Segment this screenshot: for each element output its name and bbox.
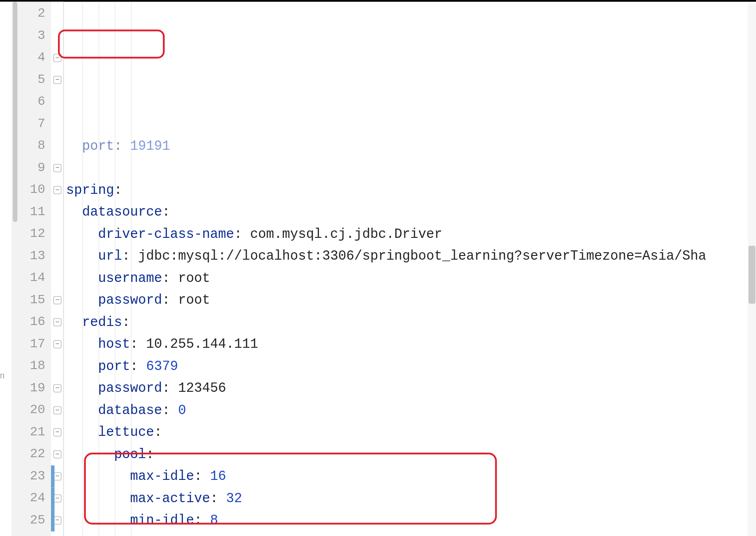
line-number: 21	[19, 421, 45, 444]
fold-icon[interactable]	[53, 384, 62, 393]
line-number: 11	[19, 201, 45, 223]
code-line[interactable]: url: jdbc:mysql://localhost:3306/springb…	[64, 245, 756, 268]
line-number: 24	[19, 487, 45, 510]
fold-icon[interactable]	[53, 450, 62, 459]
yaml-value: root	[178, 271, 210, 286]
code-line[interactable]: port: 6379	[64, 355, 756, 377]
yaml-value: 32	[226, 491, 243, 506]
code-line[interactable]: max-active: 32	[64, 487, 756, 510]
vertical-scrollbar[interactable]	[12, 2, 19, 536]
change-marker	[51, 466, 55, 488]
line-number: 20	[19, 399, 45, 421]
yaml-key: max-active	[130, 491, 211, 506]
yaml-key: max-idle	[130, 469, 194, 484]
code-area[interactable]: port: 19191spring: datasource: driver-cl…	[64, 2, 756, 536]
yaml-key: password	[98, 381, 162, 396]
yaml-key: url	[98, 249, 122, 264]
code-line[interactable]: lettuce:	[64, 421, 756, 444]
left-margin	[0, 2, 12, 536]
line-number: 8	[19, 135, 45, 157]
right-scrollbar[interactable]	[748, 4, 756, 536]
line-number: 5	[19, 69, 45, 91]
yaml-key: port	[98, 359, 130, 374]
code-line[interactable]: devtools:	[64, 531, 756, 536]
code-line[interactable]: port: 19191	[64, 135, 756, 157]
yaml-key: datasource	[82, 204, 162, 220]
code-line[interactable]: min-idle: 8	[64, 510, 756, 532]
yaml-key: driver-class-name	[98, 227, 234, 242]
yaml-key: lettuce	[98, 425, 154, 440]
line-number: 25	[19, 510, 45, 532]
yaml-value: 8	[210, 513, 218, 528]
code-line[interactable]	[64, 157, 756, 179]
line-number: 15	[19, 289, 45, 312]
line-number: 16	[19, 311, 45, 333]
fold-icon[interactable]	[53, 472, 62, 481]
fold-icon[interactable]	[53, 494, 62, 503]
yaml-key: spring	[66, 183, 115, 198]
yaml-key: redis	[82, 315, 122, 330]
yaml-key: username	[98, 271, 162, 286]
line-number: 12	[19, 223, 45, 245]
line-number-gutter[interactable]: 2345678910111213141516171819202122232425…	[19, 2, 51, 536]
line-number: 17	[19, 333, 45, 356]
fold-icon[interactable]	[53, 517, 62, 525]
yaml-value: 6379	[146, 359, 178, 374]
yaml-key: database	[98, 403, 162, 418]
fold-icon[interactable]	[53, 340, 62, 349]
code-line[interactable]: username: root	[64, 267, 756, 289]
fold-icon[interactable]	[53, 318, 62, 326]
fold-icon[interactable]	[53, 76, 62, 84]
fold-gutter[interactable]	[51, 2, 64, 536]
code-line[interactable]: database: 0	[64, 399, 756, 421]
line-number: 10	[19, 179, 45, 201]
fold-icon[interactable]	[53, 428, 62, 437]
yaml-value: 16	[210, 469, 226, 484]
code-editor[interactable]: 2345678910111213141516171819202122232425…	[0, 0, 756, 536]
line-number: 7	[19, 113, 45, 135]
scrollbar-thumb[interactable]	[13, 2, 18, 222]
line-number: 18	[19, 355, 45, 377]
yaml-value: 123456	[178, 381, 226, 396]
fold-icon[interactable]	[53, 186, 62, 194]
line-number: 13	[19, 245, 45, 268]
code-line[interactable]: spring:	[64, 179, 756, 201]
code-line[interactable]: host: 10.255.144.111	[64, 333, 756, 356]
line-number: 3	[19, 25, 45, 47]
yaml-value: root	[178, 293, 210, 308]
code-line[interactable]: datasource:	[64, 201, 756, 223]
yaml-value: 19191	[130, 139, 170, 154]
line-number: 23	[19, 466, 45, 488]
yaml-key: min-idle	[130, 513, 194, 528]
yaml-key: pool	[114, 447, 146, 462]
fold-icon[interactable]	[53, 296, 62, 305]
line-number: 4	[19, 47, 45, 69]
yaml-value: com.mysql.cj.jdbc.Driver	[250, 227, 442, 242]
line-number: 14	[19, 267, 45, 289]
yaml-key: port	[82, 139, 114, 154]
export-cue: n	[0, 371, 5, 380]
change-marker	[51, 510, 55, 532]
yaml-value: jdbc:mysql://localhost:3306/springboot_l…	[138, 249, 706, 264]
line-number: 9	[19, 157, 45, 179]
code-line[interactable]: password: 123456	[64, 377, 756, 400]
line-number: 22	[19, 443, 45, 466]
fold-icon[interactable]	[53, 406, 62, 415]
code-line[interactable]: pool:	[64, 443, 756, 466]
fold-icon[interactable]	[53, 54, 62, 62]
code-line[interactable]: max-idle: 16	[64, 466, 756, 488]
yaml-value: 10.255.144.111	[146, 337, 258, 352]
yaml-key: host	[98, 337, 130, 352]
line-number: 6	[19, 91, 45, 113]
code-line[interactable]: password: root	[64, 289, 756, 312]
line-number: 19	[19, 377, 45, 400]
line-number: 2	[19, 3, 45, 25]
yaml-value: 0	[178, 403, 186, 418]
line-number: 26	[19, 531, 45, 536]
right-scrollbar-thumb[interactable]	[749, 246, 756, 304]
code-line[interactable]: redis:	[64, 311, 756, 333]
yaml-key: password	[98, 293, 162, 308]
code-line[interactable]: driver-class-name: com.mysql.cj.jdbc.Dri…	[64, 223, 756, 245]
fold-icon[interactable]	[53, 164, 62, 172]
change-marker	[51, 487, 55, 510]
